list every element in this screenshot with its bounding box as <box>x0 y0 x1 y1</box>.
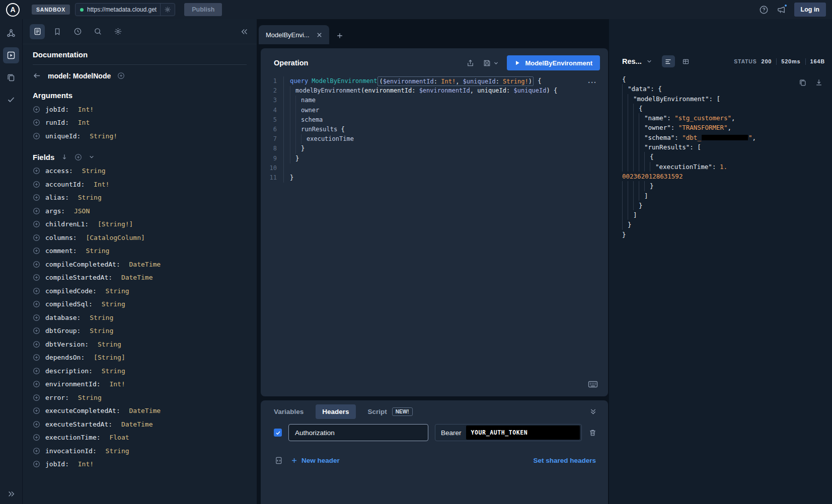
endpoint-url[interactable]: https://metadata.cloud.get <box>87 6 157 13</box>
run-button[interactable]: ModelByEnvironment <box>507 55 600 70</box>
response-body[interactable]: {"data": {"modelByEnvironment": [{"name"… <box>622 74 827 239</box>
format-json-icon[interactable] <box>662 55 675 67</box>
add-field-icon[interactable] <box>33 434 40 441</box>
sort-icon[interactable] <box>61 153 68 160</box>
add-field-icon[interactable] <box>33 460 40 468</box>
add-field-icon[interactable] <box>33 220 40 228</box>
tab-variables[interactable]: Variables <box>274 408 304 415</box>
field-type[interactable]: Float <box>109 434 129 441</box>
add-field-icon[interactable] <box>33 447 40 455</box>
announcements-icon[interactable] <box>777 5 786 15</box>
field-row[interactable]: uniqueId: String! <box>33 129 247 143</box>
new-tab-icon[interactable] <box>336 32 343 39</box>
add-field-icon[interactable] <box>33 367 40 375</box>
field-type[interactable]: String <box>86 247 109 255</box>
field-row[interactable]: description: String <box>33 364 247 378</box>
add-field-icon[interactable] <box>33 354 40 361</box>
field-type[interactable]: Int <box>78 119 90 126</box>
field-type[interactable]: Int! <box>94 181 109 188</box>
field-type[interactable]: String <box>106 287 129 295</box>
code-line[interactable]: 10 <box>261 163 608 173</box>
editor-menu-icon[interactable]: ... <box>588 76 597 85</box>
field-type[interactable]: String <box>90 314 113 321</box>
add-field-icon[interactable] <box>33 207 40 215</box>
code-line[interactable]: 7executionTime <box>261 134 608 144</box>
field-type[interactable]: Int! <box>78 106 94 113</box>
code-line[interactable]: 1query ModelByEnvironment($environmentId… <box>261 76 608 86</box>
add-field-icon[interactable] <box>33 194 40 201</box>
field-row[interactable]: dependsOn: [String] <box>33 351 247 365</box>
save-chevron-icon[interactable] <box>493 60 499 66</box>
response-chevron-icon[interactable] <box>646 58 652 64</box>
search-icon[interactable] <box>90 24 105 39</box>
code-line[interactable]: 8} <box>261 144 608 153</box>
field-type[interactable]: JSON <box>74 207 90 215</box>
graph-icon[interactable] <box>3 25 19 41</box>
shared-headers-link[interactable]: Set shared headers <box>533 457 596 464</box>
field-row[interactable]: dbtGroup: String <box>33 324 247 338</box>
add-field-icon[interactable] <box>33 132 40 140</box>
add-field-icon[interactable] <box>33 380 40 388</box>
field-type[interactable]: DateTime <box>121 274 153 281</box>
documentation-tab-icon[interactable] <box>30 24 45 39</box>
field-type[interactable]: DateTime <box>129 261 161 268</box>
field-row[interactable]: comment: String <box>33 244 247 258</box>
field-row[interactable]: compiledSql: String <box>33 298 247 311</box>
add-field-icon[interactable] <box>33 261 40 268</box>
field-type[interactable]: Int! <box>78 460 94 468</box>
field-row[interactable]: executeCompletedAt: DateTime <box>33 404 247 418</box>
add-field-icon[interactable] <box>33 314 40 321</box>
field-type[interactable]: [String!] <box>98 220 133 228</box>
field-row[interactable]: error: String <box>33 391 247 404</box>
field-row[interactable]: jobId: Int! <box>33 458 247 471</box>
add-field-icon[interactable] <box>33 181 40 188</box>
explorer-icon[interactable] <box>3 47 19 63</box>
field-type[interactable]: String <box>102 367 125 375</box>
code-line[interactable]: 11} <box>261 173 608 183</box>
collapse-docs-icon[interactable] <box>241 28 249 36</box>
add-field-icon[interactable] <box>33 287 40 295</box>
field-row[interactable]: runId: Int <box>33 116 247 130</box>
add-field-icon[interactable] <box>33 421 40 428</box>
field-row[interactable]: alias: String <box>33 191 247 205</box>
tab-headers[interactable]: Headers <box>316 404 355 419</box>
response-selector[interactable]: Res... <box>622 57 642 65</box>
field-row[interactable]: access: String <box>33 164 247 178</box>
field-row[interactable]: args: JSON <box>33 204 247 218</box>
field-type[interactable]: DateTime <box>121 421 153 428</box>
code-line[interactable]: 6runResults { <box>261 125 608 134</box>
delete-header-icon[interactable] <box>588 429 597 437</box>
add-field-icon[interactable] <box>33 394 40 401</box>
bookmark-icon[interactable] <box>50 24 65 39</box>
publish-button[interactable]: Publish <box>184 3 222 16</box>
breadcrumb-type[interactable]: ModelNode <box>73 72 111 80</box>
field-type[interactable]: String <box>102 300 125 308</box>
settings-icon[interactable] <box>110 24 125 39</box>
add-field-icon[interactable] <box>33 300 40 308</box>
field-row[interactable]: executionTime: Float <box>33 431 247 445</box>
field-row[interactable]: jobId: Int! <box>33 103 247 116</box>
field-row[interactable]: columns: [CatalogColumn] <box>33 231 247 244</box>
field-row[interactable]: compileCompletedAt: DateTime <box>33 258 247 271</box>
field-type[interactable]: String <box>82 167 106 175</box>
field-type[interactable]: String! <box>90 132 117 140</box>
field-type[interactable]: String <box>90 327 113 334</box>
new-header-button[interactable]: New header <box>291 457 340 464</box>
close-tab-icon[interactable] <box>317 32 322 38</box>
history-icon[interactable] <box>70 24 85 39</box>
back-icon[interactable] <box>33 71 41 80</box>
endpoint-input[interactable]: https://metadata.cloud.get <box>75 3 175 16</box>
field-row[interactable]: dbtVersion: String <box>33 338 247 351</box>
field-type[interactable]: String <box>106 447 129 455</box>
add-fields-icon[interactable] <box>74 153 82 161</box>
field-row[interactable]: invocationId: String <box>33 444 247 458</box>
add-field-icon[interactable] <box>33 234 40 241</box>
add-field-icon[interactable] <box>33 274 40 281</box>
field-type[interactable]: [CatalogColumn] <box>86 234 144 241</box>
header-enabled-checkbox[interactable] <box>274 429 282 437</box>
operation-collections-icon[interactable] <box>3 69 19 86</box>
collapse-panel-icon[interactable] <box>589 408 597 415</box>
checks-icon[interactable] <box>3 92 19 108</box>
auth-token-value[interactable]: YOUR_AUTH_TOKEN <box>466 426 580 440</box>
field-row[interactable]: compiledCode: String <box>33 284 247 298</box>
